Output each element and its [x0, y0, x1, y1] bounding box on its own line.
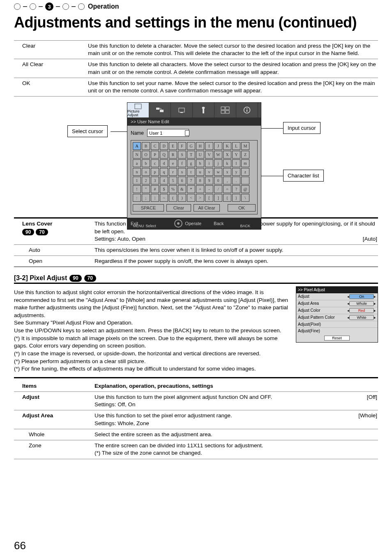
osd-char-key[interactable] [241, 177, 249, 184]
osd-tab-tool[interactable] [193, 103, 214, 117]
osd-char-key[interactable]: 1 [133, 177, 141, 184]
osd-char-key[interactable]: - [205, 185, 213, 193]
osd-tab-grid[interactable] [214, 103, 236, 117]
osd-char-key[interactable]: I [205, 142, 213, 150]
osd-char-key[interactable]: ? [232, 185, 240, 193]
osd-char-key[interactable]: N [133, 151, 141, 159]
osd-char-key[interactable]: M [241, 142, 249, 150]
osd-char-key[interactable]: U [196, 151, 204, 159]
osd-char-key[interactable]: f [178, 159, 186, 167]
osd-char-key[interactable]: ; [142, 194, 150, 202]
osd-char-key[interactable]: # [151, 185, 159, 193]
osd-char-key[interactable]: k [223, 159, 231, 167]
osd-name-input[interactable]: User 1 [147, 129, 189, 137]
osd-char-key[interactable]: z [241, 168, 249, 176]
mini-osd-reset-button[interactable]: Reset [324, 336, 350, 341]
osd-char-key[interactable]: y [232, 168, 240, 176]
osd-char-key[interactable]: O [142, 151, 150, 159]
osd-char-key[interactable]: . [232, 177, 240, 184]
osd-char-key[interactable]: [ [205, 194, 213, 202]
osd-allclear-button[interactable]: All Clear [194, 204, 220, 212]
mini-osd-chip[interactable]: White [349, 315, 374, 320]
osd-char-key[interactable]: / [214, 185, 222, 193]
osd-char-key[interactable]: Z [241, 151, 249, 159]
mini-osd-chip[interactable]: Whole [349, 301, 374, 306]
osd-char-key[interactable]: & [178, 185, 186, 193]
osd-char-key[interactable]: L [232, 142, 240, 150]
osd-tab-picture-adjust[interactable]: Picture Adjust [127, 103, 149, 117]
osd-char-key[interactable]: v [205, 168, 213, 176]
osd-char-key[interactable]: w [214, 168, 222, 176]
osd-char-key[interactable]: T [187, 151, 195, 159]
osd-char-key[interactable]: 8 [196, 177, 204, 184]
osd-char-key[interactable]: 5 [169, 177, 177, 184]
osd-char-key[interactable]: $ [160, 185, 168, 193]
osd-char-key[interactable]: \ [241, 194, 249, 202]
osd-char-key[interactable]: V [205, 151, 213, 159]
osd-char-key[interactable]: + [196, 185, 204, 193]
osd-tab-settings2[interactable] [171, 103, 193, 117]
osd-clear-button[interactable]: Clear [166, 204, 191, 212]
osd-char-key[interactable]: r [169, 168, 177, 176]
osd-char-key[interactable]: ~ [160, 194, 168, 202]
osd-tab-info[interactable] [236, 103, 258, 117]
osd-char-key[interactable]: p [151, 168, 159, 176]
osd-char-key[interactable]: P [151, 151, 159, 159]
osd-char-key[interactable]: l [232, 159, 240, 167]
osd-char-key[interactable]: c [151, 159, 159, 167]
osd-char-key[interactable]: q [160, 168, 168, 176]
osd-char-key[interactable]: j [214, 159, 222, 167]
osd-char-key[interactable]: 6 [178, 177, 186, 184]
osd-char-key[interactable]: : [133, 194, 141, 202]
osd-char-key[interactable]: ] [214, 194, 222, 202]
osd-char-key[interactable]: e [169, 159, 177, 167]
osd-char-key[interactable]: C [151, 142, 159, 150]
osd-char-key[interactable]: ) [178, 194, 186, 202]
osd-char-key[interactable]: R [169, 151, 177, 159]
osd-char-key[interactable]: } [232, 194, 240, 202]
osd-char-key[interactable]: " [142, 185, 150, 193]
mini-osd-chip[interactable]: On [349, 294, 374, 299]
osd-char-key[interactable]: D [160, 142, 168, 150]
osd-char-key[interactable]: x [223, 168, 231, 176]
osd-char-key[interactable]: b [142, 159, 150, 167]
osd-space-button[interactable]: SPACE [133, 204, 164, 212]
osd-char-key[interactable]: , [223, 177, 231, 184]
osd-char-key[interactable]: { [223, 194, 231, 202]
osd-char-key[interactable]: E [169, 142, 177, 150]
osd-char-key[interactable]: G [187, 142, 195, 150]
osd-tab-input[interactable] [149, 103, 171, 117]
osd-char-key[interactable]: | [151, 194, 159, 202]
osd-char-key[interactable]: i [205, 159, 213, 167]
osd-char-key[interactable]: Q [160, 151, 168, 159]
osd-char-key[interactable]: 0 [214, 177, 222, 184]
osd-char-key[interactable]: ( [169, 194, 177, 202]
osd-char-key[interactable]: m [241, 159, 249, 167]
osd-char-key[interactable]: ! [133, 185, 141, 193]
osd-char-key[interactable]: = [223, 185, 231, 193]
osd-char-key[interactable]: F [178, 142, 186, 150]
osd-ok-button[interactable]: OK [228, 204, 256, 212]
osd-char-key[interactable]: % [169, 185, 177, 193]
osd-char-key[interactable]: d [160, 159, 168, 167]
mini-osd-chip[interactable]: Red [349, 308, 374, 313]
osd-char-key[interactable]: t [187, 168, 195, 176]
osd-char-key[interactable]: 4 [160, 177, 168, 184]
osd-char-key[interactable]: K [223, 142, 231, 150]
osd-char-key[interactable]: S [178, 151, 186, 159]
osd-char-key[interactable]: h [196, 159, 204, 167]
osd-char-key[interactable]: < [187, 194, 195, 202]
osd-char-key[interactable]: > [196, 194, 204, 202]
osd-char-key[interactable]: W [214, 151, 222, 159]
osd-char-key[interactable]: A [133, 142, 141, 150]
osd-char-key[interactable]: B [142, 142, 150, 150]
osd-char-key[interactable]: g [187, 159, 195, 167]
osd-char-key[interactable]: s [178, 168, 186, 176]
osd-char-key[interactable]: J [214, 142, 222, 150]
osd-char-key[interactable]: 2 [142, 177, 150, 184]
osd-char-key[interactable]: @ [241, 185, 249, 193]
osd-char-key[interactable]: H [196, 142, 204, 150]
osd-char-key[interactable]: * [187, 185, 195, 193]
osd-char-key[interactable]: Y [232, 151, 240, 159]
osd-char-key[interactable]: 7 [187, 177, 195, 184]
